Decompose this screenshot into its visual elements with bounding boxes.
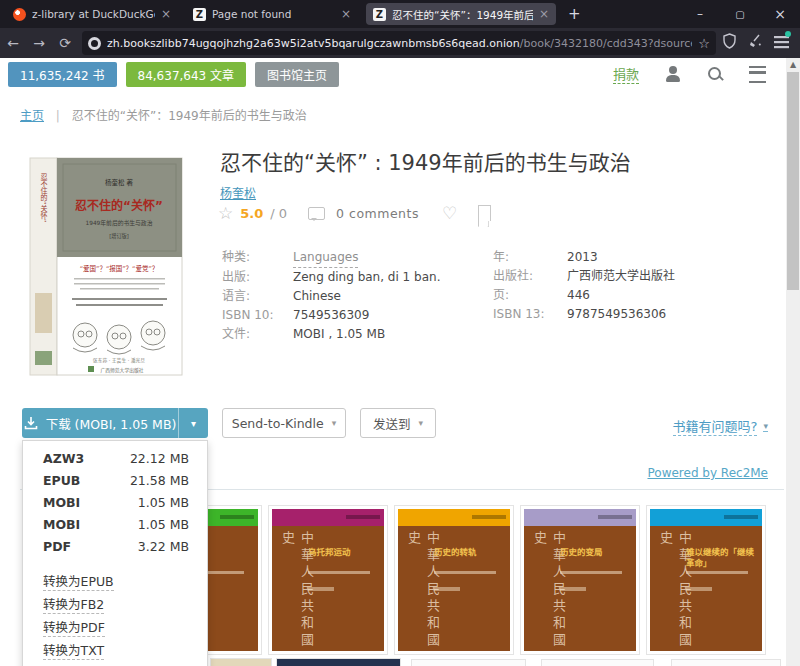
menu-item-format[interactable]: MOBI1.05 MB — [23, 513, 207, 535]
tab-title: Page not found — [212, 8, 335, 20]
rating-star-icon[interactable]: ☆ — [218, 203, 233, 223]
tab-close-icon[interactable]: × — [341, 7, 351, 21]
page-title: 忍不住的“关怀” : 1949年前后的书生与政治 — [220, 146, 780, 176]
book-cover-image[interactable]: 忍不住的“关怀” 杨奎松 著 忍不住的“关怀” 1949年前后的书生与政治 [增… — [22, 143, 190, 386]
spine-title: 忍不住的“关怀” — [39, 173, 48, 222]
menu-separator — [23, 557, 207, 569]
format-size: 3.22 MB — [138, 539, 189, 554]
tab-close-icon[interactable]: × — [539, 7, 549, 21]
related-book-author-line — [308, 587, 334, 591]
new-tab-button[interactable]: + — [568, 5, 581, 23]
site-menu-icon[interactable] — [749, 66, 766, 83]
menu-item-convert[interactable]: 转换为PDF — [23, 615, 207, 638]
related-book-row2[interactable] — [276, 658, 401, 666]
browser-window: z-library at DuckDuckGo × Z Page not fou… — [0, 0, 800, 666]
site-identity-icon[interactable] — [88, 37, 101, 50]
related-book-subtitle-line — [560, 571, 622, 574]
comments-link[interactable]: 0 comments — [336, 206, 419, 221]
meta-value: MOBI , 1.05 MB — [293, 325, 385, 344]
series-bar — [650, 509, 762, 526]
format-size: 1.05 MB — [138, 495, 189, 510]
related-book-row2[interactable] — [411, 659, 526, 666]
tab-close-icon[interactable]: × — [161, 7, 171, 21]
shield-icon[interactable] — [716, 33, 742, 53]
menu-item-convert[interactable]: 转换为FB2 — [23, 592, 207, 615]
scrollbar-thumb[interactable] — [787, 72, 799, 290]
chevron-down-icon: ▾ — [332, 418, 337, 428]
powered-by-link[interactable]: Powered by Rec2Me — [647, 466, 768, 480]
tab-title: z-library at DuckDuckGo — [32, 8, 155, 20]
search-icon[interactable] — [707, 66, 723, 82]
send-label: 发送到 — [373, 414, 411, 433]
format-name: AZW3 — [43, 451, 84, 466]
tab-book-active[interactable]: Z 忍不住的“关怀”：1949年前后的 × — [366, 3, 556, 25]
profile-icon[interactable] — [665, 66, 681, 82]
download-format-menu: AZW322.12 MB EPUB21.58 MB MOBI1.05 MB MO… — [22, 440, 208, 666]
library-home-badge[interactable]: 图书馆主页 — [255, 62, 339, 87]
reload-button[interactable]: ⟳ — [52, 35, 78, 51]
related-book-row2[interactable] — [541, 659, 654, 666]
bookmark-icon[interactable] — [478, 205, 491, 221]
related-book-2[interactable]: 中華人民共和國史 乌托邦运动 — [268, 505, 388, 655]
menu-item-convert[interactable]: 转换为RTF — [23, 661, 207, 666]
download-format-caret[interactable]: ▾ — [178, 408, 208, 438]
zlibrary-icon: Z — [193, 8, 206, 21]
related-book-5[interactable]: 中華人民共和國史 难以继续的「继续革命」 — [646, 505, 766, 655]
window-minimize-button[interactable]: – — [680, 0, 720, 28]
menu-item-format[interactable]: AZW322.12 MB — [23, 447, 207, 469]
scroll-up-arrow[interactable]: ▲ — [786, 60, 800, 72]
related-book-title: 历史的转轨 — [434, 547, 506, 558]
books-count-badge[interactable]: 11,635,242 书 — [8, 62, 117, 87]
related-book-4[interactable]: 中華人民共和國史 历史的变局 — [520, 505, 640, 655]
related-book-row2[interactable] — [210, 658, 272, 666]
related-book-author-line — [560, 587, 586, 591]
favorite-heart-icon[interactable]: ♡ — [442, 203, 457, 223]
meta-value: 7549536309 — [293, 306, 369, 325]
menu-item-convert[interactable]: 转换为EPUB — [23, 569, 207, 592]
download-icon — [24, 416, 38, 430]
app-menu-icon[interactable] — [768, 34, 794, 53]
author-link[interactable]: 杨奎松 — [220, 184, 256, 201]
tab-page-not-found[interactable]: Z Page not found × — [186, 3, 358, 25]
related-cover: 中華人民共和國史 难以继续的「继续革命」 — [650, 509, 762, 651]
forward-button[interactable]: → — [26, 35, 52, 51]
report-problem-link[interactable]: 书籍有问题吗? ▾ — [673, 416, 768, 436]
meta-label: 种类: — [222, 248, 293, 268]
download-button[interactable]: 下载 (MOBI, 1.05 MB) — [22, 408, 178, 438]
meta-label: ISBN 10: — [222, 306, 293, 325]
url-bar[interactable]: zh.bookszlibb74ugqojhzhg2a63w5i2atv5bqar… — [82, 31, 716, 55]
page-scrollbar: ▲ — [786, 58, 800, 666]
breadcrumb-home-link[interactable]: 主页 — [20, 109, 44, 123]
header-actions: 捐款 — [613, 64, 766, 84]
back-button[interactable]: ← — [0, 35, 26, 51]
kindle-label: Send-to-Kindle — [232, 416, 324, 431]
menu-item-format[interactable]: EPUB21.58 MB — [23, 469, 207, 491]
menu-item-convert[interactable]: 转换为TXT — [23, 638, 207, 661]
convert-label: 转换为TXT — [43, 640, 104, 660]
donate-link[interactable]: 捐款 — [613, 64, 639, 84]
send-to-kindle-button[interactable]: Send-to-Kindle▾ — [222, 408, 346, 438]
series-bar — [398, 509, 510, 526]
related-book-3[interactable]: 中華人民共和國史 历史的转轨 — [394, 505, 514, 655]
tab-duckduckgo[interactable]: z-library at DuckDuckGo × — [6, 3, 178, 25]
send-to-button[interactable]: 发送到▾ — [360, 408, 436, 438]
bookmark-star-icon[interactable]: ☆ — [698, 36, 710, 51]
breadcrumb-current: 忍不住的“关怀”：1949年前后的书生与政治 — [72, 109, 307, 123]
categories-link[interactable]: Languages — [293, 248, 358, 268]
cover-quote: “爱国”？“报国”？“爱党”？ — [80, 264, 159, 273]
window-maximize-button[interactable]: ▢ — [720, 0, 760, 28]
url-text: zh.bookszlibb74ugqojhzhg2a63w5i2atv5bqar… — [107, 37, 692, 50]
series-bar — [524, 509, 636, 526]
articles-count-badge[interactable]: 84,637,643 文章 — [126, 62, 247, 87]
window-close-button[interactable]: × — [760, 0, 800, 28]
menu-item-format[interactable]: PDF3.22 MB — [23, 535, 207, 557]
format-name: PDF — [43, 539, 71, 554]
menu-item-format[interactable]: MOBI1.05 MB — [23, 491, 207, 513]
breadcrumb-separator: | — [56, 109, 60, 123]
tab-strip: z-library at DuckDuckGo × Z Page not fou… — [0, 0, 800, 28]
new-identity-broom-icon[interactable] — [742, 33, 768, 53]
related-book-subtitle-line — [308, 571, 370, 574]
related-book-row2[interactable] — [671, 659, 781, 666]
rating-value: 5.0 — [240, 206, 263, 221]
cover-edition: [增订版] — [109, 232, 129, 240]
